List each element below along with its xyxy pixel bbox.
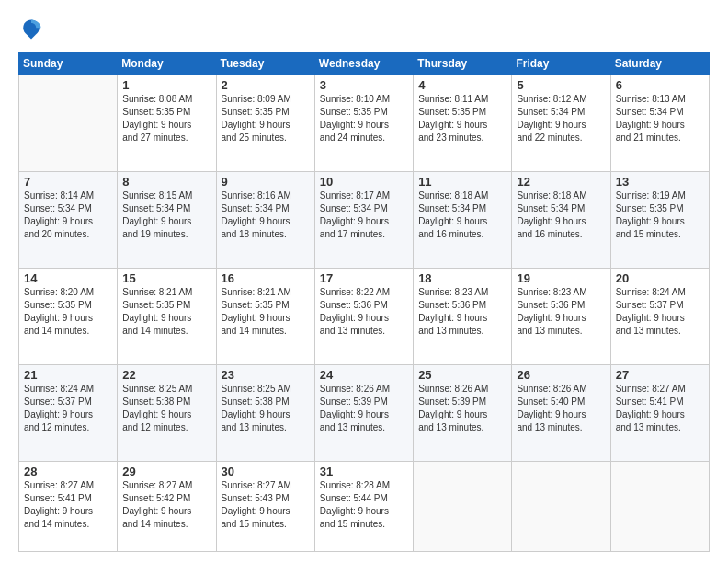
day-info: Sunrise: 8:26 AM Sunset: 5:40 PM Dayligh… — [517, 383, 605, 434]
calendar-cell: 17Sunrise: 8:22 AM Sunset: 5:36 PM Dayli… — [314, 269, 413, 365]
calendar-cell: 11Sunrise: 8:18 AM Sunset: 5:34 PM Dayli… — [414, 172, 512, 269]
day-info: Sunrise: 8:26 AM Sunset: 5:39 PM Dayligh… — [418, 383, 506, 434]
weekday-header-tuesday: Tuesday — [216, 52, 314, 75]
calendar-week-2: 14Sunrise: 8:20 AM Sunset: 5:35 PM Dayli… — [19, 269, 710, 365]
day-info: Sunrise: 8:20 AM Sunset: 5:35 PM Dayligh… — [24, 286, 112, 338]
day-number: 3 — [320, 78, 408, 92]
weekday-header-row: SundayMondayTuesdayWednesdayThursdayFrid… — [19, 52, 710, 75]
day-number: 17 — [320, 271, 408, 285]
day-info: Sunrise: 8:13 AM Sunset: 5:34 PM Dayligh… — [616, 93, 704, 144]
calendar-cell: 6Sunrise: 8:13 AM Sunset: 5:34 PM Daylig… — [610, 75, 709, 172]
calendar-cell: 30Sunrise: 8:27 AM Sunset: 5:43 PM Dayli… — [216, 462, 314, 552]
day-number: 12 — [517, 175, 605, 189]
day-info: Sunrise: 8:16 AM Sunset: 5:34 PM Dayligh… — [222, 190, 310, 241]
day-info: Sunrise: 8:18 AM Sunset: 5:34 PM Dayligh… — [418, 190, 506, 241]
calendar-cell: 31Sunrise: 8:28 AM Sunset: 5:44 PM Dayli… — [314, 462, 413, 552]
day-number: 26 — [517, 368, 605, 382]
day-info: Sunrise: 8:12 AM Sunset: 5:34 PM Dayligh… — [517, 93, 605, 144]
day-info: Sunrise: 8:10 AM Sunset: 5:35 PM Dayligh… — [320, 93, 408, 144]
day-number: 16 — [222, 271, 310, 285]
calendar-cell: 5Sunrise: 8:12 AM Sunset: 5:34 PM Daylig… — [512, 75, 610, 172]
day-info: Sunrise: 8:27 AM Sunset: 5:43 PM Dayligh… — [222, 479, 310, 531]
day-number: 31 — [320, 465, 408, 478]
day-info: Sunrise: 8:09 AM Sunset: 5:35 PM Dayligh… — [222, 93, 310, 144]
calendar-cell: 18Sunrise: 8:23 AM Sunset: 5:36 PM Dayli… — [414, 269, 512, 365]
calendar-cell: 27Sunrise: 8:27 AM Sunset: 5:41 PM Dayli… — [610, 365, 709, 462]
calendar-cell — [512, 462, 610, 552]
day-info: Sunrise: 8:27 AM Sunset: 5:42 PM Dayligh… — [122, 479, 210, 531]
day-info: Sunrise: 8:11 AM Sunset: 5:35 PM Dayligh… — [418, 93, 506, 144]
day-info: Sunrise: 8:27 AM Sunset: 5:41 PM Dayligh… — [24, 479, 112, 531]
day-info: Sunrise: 8:08 AM Sunset: 5:35 PM Dayligh… — [122, 93, 210, 144]
calendar-cell: 24Sunrise: 8:26 AM Sunset: 5:39 PM Dayli… — [314, 365, 413, 462]
header — [18, 17, 710, 42]
day-info: Sunrise: 8:25 AM Sunset: 5:38 PM Dayligh… — [222, 383, 310, 434]
calendar-cell: 29Sunrise: 8:27 AM Sunset: 5:42 PM Dayli… — [118, 462, 216, 552]
day-number: 15 — [122, 271, 210, 285]
day-number: 8 — [122, 175, 210, 189]
day-info: Sunrise: 8:27 AM Sunset: 5:41 PM Dayligh… — [616, 383, 704, 434]
day-info: Sunrise: 8:28 AM Sunset: 5:44 PM Dayligh… — [320, 479, 408, 531]
calendar-cell: 25Sunrise: 8:26 AM Sunset: 5:39 PM Dayli… — [414, 365, 512, 462]
calendar-cell: 21Sunrise: 8:24 AM Sunset: 5:37 PM Dayli… — [19, 365, 118, 462]
day-info: Sunrise: 8:17 AM Sunset: 5:34 PM Dayligh… — [320, 190, 408, 241]
calendar-cell: 8Sunrise: 8:15 AM Sunset: 5:34 PM Daylig… — [118, 172, 216, 269]
day-number: 13 — [616, 175, 704, 189]
calendar-cell: 10Sunrise: 8:17 AM Sunset: 5:34 PM Dayli… — [314, 172, 413, 269]
day-number: 29 — [122, 465, 210, 478]
day-number: 1 — [122, 78, 210, 92]
day-number: 27 — [616, 368, 704, 382]
calendar-cell: 9Sunrise: 8:16 AM Sunset: 5:34 PM Daylig… — [216, 172, 314, 269]
day-number: 25 — [418, 368, 506, 382]
calendar-cell — [414, 462, 512, 552]
calendar-cell: 3Sunrise: 8:10 AM Sunset: 5:35 PM Daylig… — [314, 75, 413, 172]
calendar-cell: 2Sunrise: 8:09 AM Sunset: 5:35 PM Daylig… — [216, 75, 314, 172]
weekday-header-friday: Friday — [512, 52, 610, 75]
day-number: 23 — [222, 368, 310, 382]
calendar-week-4: 28Sunrise: 8:27 AM Sunset: 5:41 PM Dayli… — [19, 462, 710, 552]
calendar-cell: 19Sunrise: 8:23 AM Sunset: 5:36 PM Dayli… — [512, 269, 610, 365]
calendar-cell: 12Sunrise: 8:18 AM Sunset: 5:34 PM Dayli… — [512, 172, 610, 269]
calendar-cell: 28Sunrise: 8:27 AM Sunset: 5:41 PM Dayli… — [19, 462, 118, 552]
day-number: 14 — [24, 271, 112, 285]
logo — [18, 17, 48, 42]
day-number: 9 — [222, 175, 310, 189]
day-info: Sunrise: 8:24 AM Sunset: 5:37 PM Dayligh… — [616, 286, 704, 338]
day-number: 19 — [517, 271, 605, 285]
day-number: 11 — [418, 175, 506, 189]
calendar-cell: 26Sunrise: 8:26 AM Sunset: 5:40 PM Dayli… — [512, 365, 610, 462]
calendar-cell: 13Sunrise: 8:19 AM Sunset: 5:35 PM Dayli… — [610, 172, 709, 269]
calendar-cell: 15Sunrise: 8:21 AM Sunset: 5:35 PM Dayli… — [118, 269, 216, 365]
day-number: 6 — [616, 78, 704, 92]
calendar-cell: 14Sunrise: 8:20 AM Sunset: 5:35 PM Dayli… — [19, 269, 118, 365]
day-number: 5 — [517, 78, 605, 92]
page: SundayMondayTuesdayWednesdayThursdayFrid… — [0, 0, 728, 563]
calendar-week-3: 21Sunrise: 8:24 AM Sunset: 5:37 PM Dayli… — [19, 365, 710, 462]
calendar-cell: 23Sunrise: 8:25 AM Sunset: 5:38 PM Dayli… — [216, 365, 314, 462]
day-info: Sunrise: 8:21 AM Sunset: 5:35 PM Dayligh… — [122, 286, 210, 338]
day-info: Sunrise: 8:23 AM Sunset: 5:36 PM Dayligh… — [418, 286, 506, 338]
day-number: 10 — [320, 175, 408, 189]
day-info: Sunrise: 8:25 AM Sunset: 5:38 PM Dayligh… — [122, 383, 210, 434]
weekday-header-sunday: Sunday — [19, 52, 118, 75]
day-number: 24 — [320, 368, 408, 382]
day-number: 7 — [24, 175, 112, 189]
day-info: Sunrise: 8:26 AM Sunset: 5:39 PM Dayligh… — [320, 383, 408, 434]
day-info: Sunrise: 8:14 AM Sunset: 5:34 PM Dayligh… — [24, 190, 112, 241]
weekday-header-monday: Monday — [118, 52, 216, 75]
day-number: 30 — [222, 465, 310, 478]
day-info: Sunrise: 8:21 AM Sunset: 5:35 PM Dayligh… — [222, 286, 310, 338]
calendar-cell: 16Sunrise: 8:21 AM Sunset: 5:35 PM Dayli… — [216, 269, 314, 365]
calendar-cell: 7Sunrise: 8:14 AM Sunset: 5:34 PM Daylig… — [19, 172, 118, 269]
calendar-cell: 4Sunrise: 8:11 AM Sunset: 5:35 PM Daylig… — [414, 75, 512, 172]
weekday-header-wednesday: Wednesday — [314, 52, 413, 75]
day-number: 22 — [122, 368, 210, 382]
day-number: 2 — [222, 78, 310, 92]
day-info: Sunrise: 8:24 AM Sunset: 5:37 PM Dayligh… — [24, 383, 112, 434]
day-info: Sunrise: 8:23 AM Sunset: 5:36 PM Dayligh… — [517, 286, 605, 338]
day-number: 20 — [616, 271, 704, 285]
calendar-cell: 22Sunrise: 8:25 AM Sunset: 5:38 PM Dayli… — [118, 365, 216, 462]
day-info: Sunrise: 8:19 AM Sunset: 5:35 PM Dayligh… — [616, 190, 704, 241]
day-info: Sunrise: 8:18 AM Sunset: 5:34 PM Dayligh… — [517, 190, 605, 241]
day-info: Sunrise: 8:22 AM Sunset: 5:36 PM Dayligh… — [320, 286, 408, 338]
